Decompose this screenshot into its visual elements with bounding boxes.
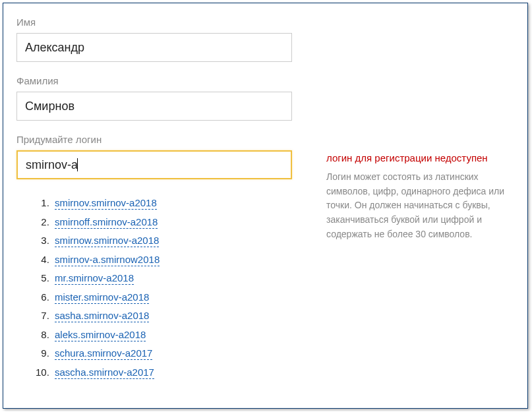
- login-right-column: логин для регистрации недоступен Логин м…: [310, 134, 514, 241]
- first-name-label: Имя: [16, 16, 514, 28]
- login-section: Придумайте логин smirnov-a smirnov.smirn…: [16, 134, 514, 382]
- list-item: schura.smirnov-a2017: [52, 344, 310, 363]
- login-left-column: Придумайте логин smirnov-a smirnov.smirn…: [16, 134, 310, 382]
- suggestion-link[interactable]: smirnov.smirnov-a2018: [55, 197, 157, 210]
- login-group: Придумайте логин smirnov-a: [16, 134, 310, 179]
- last-name-label: Фамилия: [16, 75, 514, 86]
- suggestion-link[interactable]: sascha.smirnov-a2017: [55, 367, 154, 379]
- login-suggestions: smirnov.smirnov-a2018 smirnoff.smirnov-a…: [16, 194, 310, 382]
- list-item: smirnov-a.smirnow2018: [52, 250, 310, 270]
- list-item: mister.smirnov-a2018: [52, 288, 310, 307]
- list-item: smirnow.smirnov-a2018: [52, 231, 310, 250]
- suggestion-link[interactable]: mister.smirnov-a2018: [55, 291, 149, 304]
- suggestion-link[interactable]: schura.smirnov-a2017: [55, 347, 152, 360]
- list-item: smirnov.smirnov-a2018: [52, 194, 310, 213]
- login-label: Придумайте логин: [16, 134, 310, 145]
- login-input[interactable]: smirnov-a: [16, 150, 292, 179]
- list-item: smirnoff.smirnov-a2018: [52, 213, 310, 232]
- list-item: mr.smirnov-a2018: [52, 269, 310, 288]
- suggestion-link[interactable]: smirnow.smirnov-a2018: [55, 235, 159, 247]
- login-error-title: логин для регистрации недоступен: [326, 152, 514, 163]
- list-item: sascha.smirnov-a2017: [52, 363, 310, 382]
- list-item: aleks.smirnov-a2018: [52, 326, 310, 345]
- registration-form: Имя Фамилия Придумайте логин smirnov-a s…: [3, 3, 528, 409]
- login-input-value: smirnov-a: [26, 158, 78, 172]
- text-caret: [77, 158, 78, 171]
- login-hint-text: Логин может состоять из латинских символ…: [326, 170, 514, 241]
- last-name-input[interactable]: [16, 92, 292, 121]
- first-name-input[interactable]: [16, 33, 292, 62]
- list-item: sasha.smirnov-a2018: [52, 307, 310, 326]
- first-name-group: Имя: [16, 16, 514, 62]
- suggestion-link[interactable]: smirnov-a.smirnow2018: [55, 254, 160, 266]
- suggestion-link[interactable]: aleks.smirnov-a2018: [55, 329, 146, 341]
- suggestion-link[interactable]: sasha.smirnov-a2018: [55, 310, 149, 322]
- last-name-group: Фамилия: [16, 75, 514, 121]
- suggestion-link[interactable]: smirnoff.smirnov-a2018: [55, 216, 158, 229]
- suggestion-link[interactable]: mr.smirnov-a2018: [55, 272, 134, 285]
- suggestions-list: smirnov.smirnov-a2018 smirnoff.smirnov-a…: [40, 194, 310, 382]
